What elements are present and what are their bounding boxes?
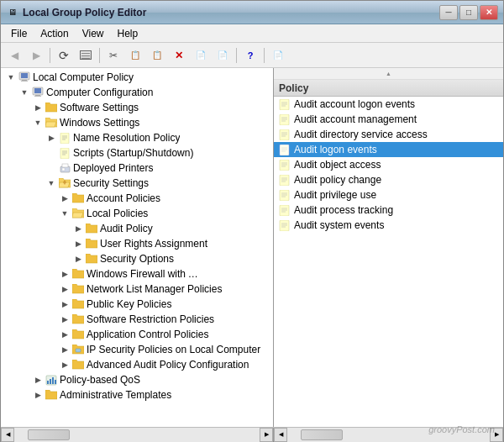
svg-rect-23 [50,379,51,384]
tree-item-computer-config[interactable]: ▼ Computer Configuration [1,85,273,100]
hscroll-right-thumb[interactable] [301,429,343,440]
tree-item-name-resolution[interactable]: ▶ Name Resolution Policy [1,130,273,145]
tree-label: Advanced Audit Policy Configuration [87,359,249,371]
export-button[interactable]: 📄 [268,45,288,66]
audit-icon [277,188,291,202]
indent [1,266,58,282]
toolbar-sep-2 [99,48,100,63]
svg-rect-30 [280,114,289,125]
expander[interactable]: ▶ [58,312,71,327]
tree-item-advanced-audit[interactable]: ▶ Advanced Audit Policy Configuration [1,357,273,372]
tree-item-policy-qos[interactable]: ▶ Policy-based QoS [1,372,273,387]
properties-button[interactable]: 📄 [191,45,211,66]
indent [1,130,45,145]
tree-item-security-options[interactable]: ▶ Security Options [1,251,273,266]
hscroll-right-arrow[interactable]: ▶ [260,428,273,442]
printer-icon [58,161,71,175]
tree-item-software-settings[interactable]: ▶ Software Settings [1,100,273,115]
tree-item-user-rights[interactable]: ▶ User Rights Assignment [1,236,273,251]
menu-action[interactable]: Action [34,26,75,41]
svg-rect-1 [21,73,28,78]
list-item-audit-directory[interactable]: Audit directory service access [274,127,503,142]
tree-item-windows-firewall[interactable]: ▶ Windows Firewall with Advanced Securit… [1,266,273,282]
expander[interactable]: ▶ [58,191,71,206]
toolbar-sep-4 [264,48,265,63]
tree-item-network-list[interactable]: ▶ Network List Manager Policies [1,282,273,297]
list-item-audit-policy-change[interactable]: Audit policy change [274,172,503,187]
expander[interactable]: ▼ [45,176,58,191]
tree-item-account-policies[interactable]: ▶ Account Policies [1,191,273,206]
tree-item-windows-settings[interactable]: ▼ Windows Settings [1,115,273,130]
expander[interactable]: ▼ [18,85,31,100]
list-item-audit-process[interactable]: Audit process tracking [274,203,503,218]
tree-label: Security Settings [73,177,149,189]
tree-label: Administrative Templates [60,389,171,401]
tree-item-local-computer-policy[interactable]: ▼ Local Computer Policy [1,70,273,85]
expander[interactable]: ▼ [58,206,71,221]
list-item-audit-logon[interactable]: Audit logon events [274,142,503,157]
expander[interactable]: ▼ [4,70,18,85]
copy-button[interactable]: 📋 [125,45,145,66]
expander[interactable]: ▶ [58,266,71,282]
list-item-text: Audit privilege use [294,189,376,201]
close-button[interactable]: ✕ [480,5,498,20]
tree-item-deployed-printers[interactable]: ▶ Deployed Printers [1,160,273,176]
svg-rect-42 [280,160,289,171]
tree-label: Deployed Printers [73,162,153,174]
cut-button[interactable]: ✂ [103,45,123,66]
right-pane-list: Audit account logon events Audit account… [274,97,503,427]
back-button[interactable]: ◀ [4,45,24,66]
expander[interactable]: ▶ [31,100,45,115]
svg-rect-12 [60,148,69,159]
security-folder-icon [58,176,71,190]
menu-help[interactable]: Help [111,26,145,41]
expander[interactable]: ▶ [31,387,45,403]
refresh-button[interactable]: ⟳ [54,45,74,66]
expander[interactable]: ▶ [71,236,85,251]
expander[interactable]: ▶ [58,282,71,297]
show-hide-button[interactable] [76,45,96,66]
audit-icon [277,113,291,126]
paste-button[interactable]: 📋 [147,45,167,66]
indent [1,372,31,387]
expander[interactable]: ▼ [31,115,45,130]
list-item-audit-privilege[interactable]: Audit privilege use [274,187,503,203]
tree-item-app-control[interactable]: ▶ Application Control Policies [1,327,273,342]
delete-button[interactable]: ✕ [169,45,189,66]
tree-item-security-settings[interactable]: ▼ Security Settings [1,176,273,191]
view-properties-button[interactable]: 📄 [213,45,233,66]
expander[interactable]: ▶ [31,372,45,387]
tree-item-ip-security[interactable]: ▶ IP Security Policies on Local Computer [1,342,273,357]
forward-button[interactable]: ▶ [26,45,46,66]
list-item-audit-object[interactable]: Audit object access [274,157,503,172]
list-item-audit-system[interactable]: Audit system events [274,218,503,233]
expander[interactable]: ▶ [58,297,71,312]
indent [1,221,71,236]
tree-item-public-key[interactable]: ▶ Public Key Policies [1,297,273,312]
menu-view[interactable]: View [76,26,111,41]
expander[interactable]: ▶ [58,357,71,372]
tree-label: Policy-based QoS [60,374,140,386]
tree-item-admin-templates[interactable]: ▶ Administrative Templates [1,387,273,403]
expander[interactable]: ▶ [71,251,85,266]
expander[interactable]: ▶ [71,221,85,236]
computer-icon [18,71,31,84]
folder-icon [71,192,85,205]
help-button[interactable]: ? [240,45,260,66]
tree-item-software-restriction[interactable]: ▶ Software Restriction Policies [1,312,273,327]
menu-file[interactable]: File [4,26,34,41]
hscroll-left-arrow[interactable]: ◀ [1,428,14,442]
tree-item-audit-policy[interactable]: ▶ Audit Policy [1,221,273,236]
expander[interactable]: ▶ [58,342,71,357]
hscroll-right-left-arrow[interactable]: ◀ [274,428,287,442]
minimize-button[interactable]: ─ [439,5,458,20]
list-item-audit-account-mgmt[interactable]: Audit account management [274,112,503,127]
list-item-audit-account-logon[interactable]: Audit account logon events [274,97,503,112]
maximize-button[interactable]: □ [459,5,478,20]
tree-item-local-policies[interactable]: ▼ Local Policies [1,206,273,221]
expander[interactable]: ▶ [58,327,71,342]
tree-item-scripts[interactable]: ▶ Scripts (Startup/Shutdown) [1,145,273,160]
svg-rect-54 [280,205,289,216]
expander[interactable]: ▶ [45,130,58,145]
hscroll-thumb[interactable] [28,429,70,440]
